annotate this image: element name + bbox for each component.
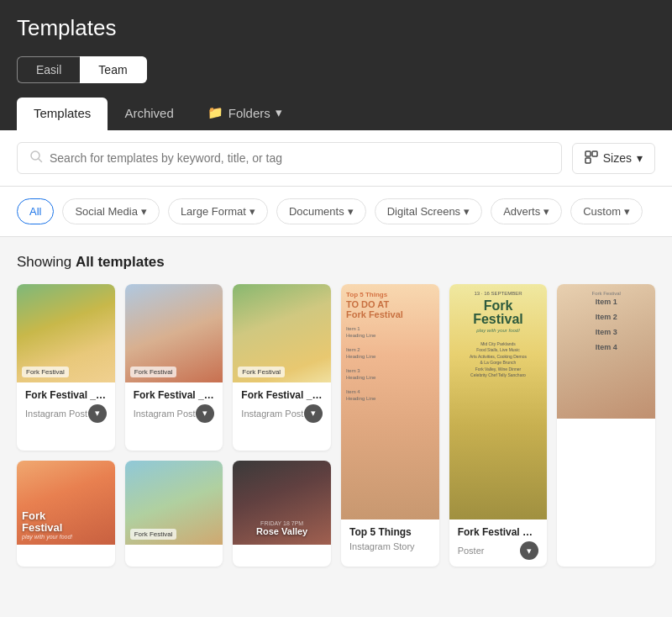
showing-label: Showing All templates	[17, 254, 655, 271]
template-card: Fork Festival Item 1 Item 2 Item 3 Item …	[557, 284, 655, 567]
filter-large-format[interactable]: Large Format ▾	[168, 198, 268, 224]
folder-icon: 📁	[207, 105, 223, 120]
filter-digital-screens[interactable]: Digital Screens ▾	[375, 198, 482, 224]
svg-rect-3	[592, 151, 597, 156]
template-type-row: Poster ▾	[458, 541, 539, 560]
filter-bar: All Social Media ▾ Large Format ▾ Docume…	[0, 187, 672, 237]
search-input[interactable]	[50, 151, 549, 165]
template-info: Fork Festival _ Event Instagram Post ▾	[233, 382, 331, 430]
search-icon	[29, 150, 43, 166]
template-type: Instagram Post	[241, 409, 303, 419]
template-name: Fork Festival _ Event	[25, 389, 107, 401]
template-thumbnail[interactable]: ForkFestival play with your food!	[17, 461, 115, 545]
search-box	[17, 142, 562, 174]
main-content: Showing All templates Fork Festival Fork…	[0, 237, 672, 583]
tab-templates[interactable]: Templates	[17, 98, 108, 130]
header: Templates Easil Team Templates Archived …	[0, 0, 672, 130]
template-info: Fork Festival Poster Poster ▾	[449, 519, 548, 567]
template-card: FRIDAY 18 7PM Rose Valley	[233, 461, 331, 567]
template-type-row: Instagram Post ▾	[25, 404, 107, 423]
easil-toggle-btn[interactable]: Easil	[17, 56, 80, 83]
filter-social-media[interactable]: Social Media ▾	[62, 198, 159, 224]
template-info: Fork Festival _ Event Instagram Post ▾	[17, 382, 115, 430]
template-menu-button[interactable]: ▾	[196, 404, 214, 423]
template-name: Fork Festival _ Event	[134, 389, 215, 401]
templates-grid: Fork Festival Fork Festival _ Event Inst…	[17, 284, 655, 567]
template-thumbnail[interactable]: FRIDAY 18 7PM Rose Valley	[233, 461, 331, 545]
template-type-row: Instagram Post ▾	[134, 404, 215, 423]
chevron-down-icon: ▾	[624, 205, 630, 218]
filter-all[interactable]: All	[17, 198, 54, 224]
template-menu-button[interactable]: ▾	[88, 404, 107, 423]
tab-folders[interactable]: 📁 Folders ▾	[191, 97, 299, 130]
template-type: Instagram Post	[25, 409, 87, 419]
template-info: Fork Festival _ Event Instagram Post ▾	[125, 382, 223, 430]
svg-rect-2	[585, 151, 591, 156]
page-title: Templates	[17, 15, 655, 41]
template-name: Fork Festival _ Event	[241, 389, 323, 401]
template-card: Fork Festival Fork Festival _ Event Inst…	[17, 284, 115, 451]
template-card: Fork Festival	[125, 461, 223, 567]
toolbar: Sizes ▾	[0, 130, 672, 187]
template-card: ForkFestival play with your food!	[17, 461, 115, 567]
chevron-down-icon: ▾	[464, 205, 470, 218]
template-card: Top 5 Things TO DO ATFork Festival Item …	[341, 284, 439, 567]
sizes-button[interactable]: Sizes ▾	[572, 143, 655, 174]
template-card: Fork Festival Fork Festival _ Event Inst…	[233, 284, 331, 451]
chevron-down-icon: ▾	[543, 205, 549, 218]
chevron-down-icon: ▾	[276, 105, 282, 120]
chevron-down-icon: ▾	[141, 205, 147, 218]
template-thumbnail[interactable]: Fork Festival	[125, 461, 223, 545]
filter-adverts[interactable]: Adverts ▾	[491, 198, 562, 224]
template-name: Top 5 Things	[349, 526, 431, 538]
toggle-group: Easil Team	[17, 56, 655, 83]
chevron-down-icon: ▾	[637, 151, 643, 165]
template-thumbnail[interactable]: Fork Festival	[233, 284, 331, 382]
template-thumbnail[interactable]: 13 · 16 SEPTEMBER ForkFestival play with…	[449, 284, 548, 519]
chevron-down-icon: ▾	[249, 205, 255, 218]
template-thumbnail[interactable]: Fork Festival Item 1 Item 2 Item 3 Item …	[557, 284, 655, 419]
template-name: Fork Festival Poster	[458, 526, 539, 538]
template-type-row: Instagram Post ▾	[241, 404, 323, 423]
template-info: Top 5 Things Instagram Story	[341, 519, 439, 558]
team-toggle-btn[interactable]: Team	[80, 56, 146, 83]
svg-line-1	[39, 159, 42, 162]
sizes-icon	[585, 150, 598, 166]
svg-rect-4	[585, 158, 591, 163]
template-thumbnail[interactable]: Fork Festival	[17, 284, 115, 382]
template-type: Instagram Post	[134, 409, 196, 419]
template-thumbnail[interactable]: Top 5 Things TO DO ATFork Festival Item …	[341, 284, 439, 519]
template-type: Poster	[458, 546, 485, 556]
template-menu-button[interactable]: ▾	[520, 541, 538, 560]
template-type: Instagram Story	[349, 541, 415, 551]
template-card: Fork Festival Fork Festival _ Event Inst…	[125, 284, 223, 451]
template-thumbnail[interactable]: Fork Festival	[125, 284, 223, 382]
nav-tabs: Templates Archived 📁 Folders ▾	[17, 97, 655, 130]
tab-archived[interactable]: Archived	[108, 98, 190, 130]
filter-documents[interactable]: Documents ▾	[276, 198, 366, 224]
filter-custom[interactable]: Custom ▾	[570, 198, 643, 224]
template-menu-button[interactable]: ▾	[304, 404, 323, 423]
chevron-down-icon: ▾	[348, 205, 354, 218]
template-type-row: Instagram Story	[349, 541, 431, 551]
template-card: 13 · 16 SEPTEMBER ForkFestival play with…	[449, 284, 548, 567]
